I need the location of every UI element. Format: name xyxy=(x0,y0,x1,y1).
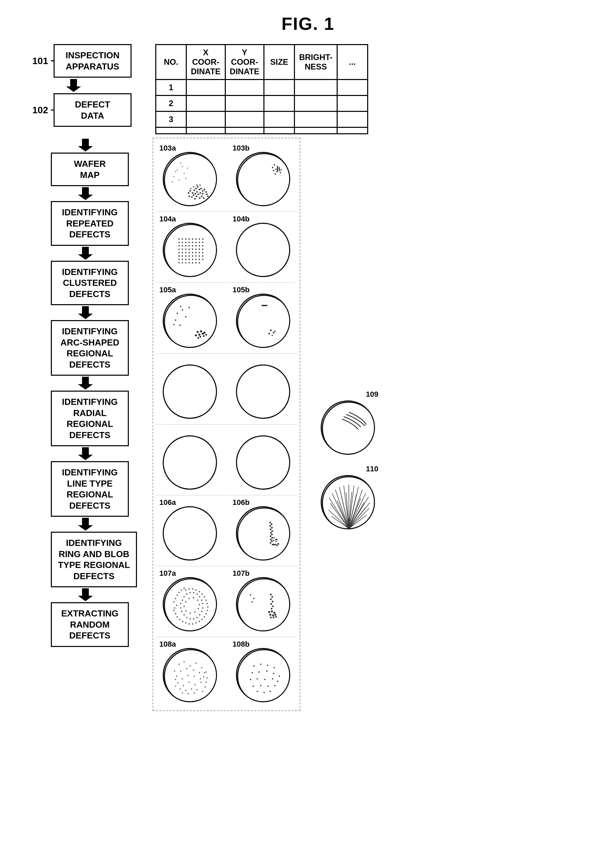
svg-point-28 xyxy=(201,196,203,197)
svg-point-315 xyxy=(274,685,276,686)
svg-point-250 xyxy=(273,612,275,614)
svg-point-63 xyxy=(164,225,217,277)
svg-point-83 xyxy=(189,245,190,247)
box-line: IDENTIFYING LINE TYPE REGIONAL DEFECTS xyxy=(51,461,129,517)
svg-point-149 xyxy=(273,332,275,333)
svg-point-23 xyxy=(193,194,195,196)
svg-point-214 xyxy=(190,592,191,593)
svg-point-123 xyxy=(189,262,190,263)
wafer-107a-svg xyxy=(164,578,217,631)
svg-point-89 xyxy=(182,248,183,250)
svg-point-218 xyxy=(201,599,203,601)
svg-point-215 xyxy=(193,592,194,593)
col-no: NO. xyxy=(156,45,187,80)
svg-point-94 xyxy=(199,248,200,250)
svg-point-292 xyxy=(174,670,175,672)
label-104a: 104a xyxy=(159,215,176,223)
svg-marker-6 xyxy=(78,447,93,460)
svg-point-177 xyxy=(164,579,217,631)
svg-point-235 xyxy=(198,608,199,609)
svg-point-169 xyxy=(275,544,276,546)
box-arc: IDENTIFYING ARC-SHAPED REGIONAL DEFECTS xyxy=(51,320,129,376)
wafer-108b xyxy=(236,648,290,702)
wafer-106b-svg xyxy=(237,507,290,560)
svg-point-99 xyxy=(189,252,190,253)
svg-point-304 xyxy=(266,670,267,672)
svg-point-280 xyxy=(189,681,190,683)
svg-point-87 xyxy=(202,245,203,247)
svg-point-34 xyxy=(207,196,209,197)
svg-point-267 xyxy=(180,670,181,672)
svg-point-319 xyxy=(322,402,375,455)
table-row: 1 xyxy=(156,80,368,96)
svg-point-242 xyxy=(272,596,273,598)
svg-point-17 xyxy=(202,190,204,192)
svg-point-228 xyxy=(181,611,182,612)
wafer-107b-svg xyxy=(237,578,290,631)
svg-point-171 xyxy=(278,543,279,545)
svg-point-295 xyxy=(204,672,205,673)
wafer-110 xyxy=(321,475,375,529)
svg-point-68 xyxy=(192,238,193,240)
svg-point-70 xyxy=(199,238,200,240)
svg-point-100 xyxy=(192,252,193,253)
svg-point-183 xyxy=(184,588,185,589)
svg-point-95 xyxy=(202,248,203,250)
svg-point-205 xyxy=(199,591,200,592)
svg-point-33 xyxy=(203,197,205,199)
svg-point-73 xyxy=(182,242,183,243)
svg-point-289 xyxy=(182,692,183,694)
wafer-cell-105a: 105a xyxy=(156,284,224,352)
svg-point-217 xyxy=(199,596,200,598)
wafer-108a xyxy=(163,648,217,702)
svg-point-291 xyxy=(193,692,195,694)
svg-point-231 xyxy=(189,598,190,599)
svg-point-308 xyxy=(257,678,258,679)
wafer-row-104: 104a xyxy=(156,212,297,283)
wafer-cell-110: 110 xyxy=(314,463,382,535)
svg-point-111 xyxy=(202,255,203,257)
wafer-cell-108b: 108b xyxy=(229,639,297,706)
svg-point-278 xyxy=(177,682,179,684)
svg-point-85 xyxy=(195,245,196,247)
svg-point-288 xyxy=(202,691,203,692)
svg-point-182 xyxy=(181,589,182,591)
svg-point-222 xyxy=(199,614,200,615)
label-105a: 105a xyxy=(159,286,176,294)
svg-point-261 xyxy=(178,664,180,665)
svg-point-199 xyxy=(206,610,208,611)
svg-point-155 xyxy=(271,524,273,525)
svg-point-132 xyxy=(195,334,197,337)
svg-point-313 xyxy=(260,685,261,686)
arrow-down-3 xyxy=(78,187,93,200)
svg-point-84 xyxy=(192,245,193,247)
svg-point-163 xyxy=(272,537,273,539)
svg-point-175 xyxy=(275,541,277,542)
svg-point-254 xyxy=(270,617,272,618)
svg-point-176 xyxy=(276,539,278,540)
svg-point-65 xyxy=(182,238,183,240)
wafer-107a xyxy=(163,577,217,631)
wafer-107b xyxy=(236,577,290,631)
svg-point-178 xyxy=(173,601,174,602)
wafer-cell-104b: 104b xyxy=(229,213,297,281)
svg-point-204 xyxy=(201,593,203,595)
svg-point-50 xyxy=(238,154,290,206)
svg-point-51 xyxy=(273,164,275,165)
svg-point-98 xyxy=(185,252,187,253)
svg-point-14 xyxy=(196,191,198,193)
svg-point-298 xyxy=(253,665,255,667)
wafer-row-radial xyxy=(156,425,297,495)
svg-point-265 xyxy=(201,667,203,668)
arrow-down-8 xyxy=(78,518,93,531)
svg-point-86 xyxy=(199,245,200,247)
svg-point-285 xyxy=(185,690,187,691)
svg-point-110 xyxy=(199,255,200,257)
svg-point-103 xyxy=(202,252,203,253)
svg-point-117 xyxy=(195,259,196,260)
svg-point-294 xyxy=(175,686,176,687)
svg-point-150 xyxy=(269,333,270,335)
svg-point-11 xyxy=(197,186,199,188)
svg-point-312 xyxy=(253,686,254,687)
svg-point-39 xyxy=(190,188,192,189)
